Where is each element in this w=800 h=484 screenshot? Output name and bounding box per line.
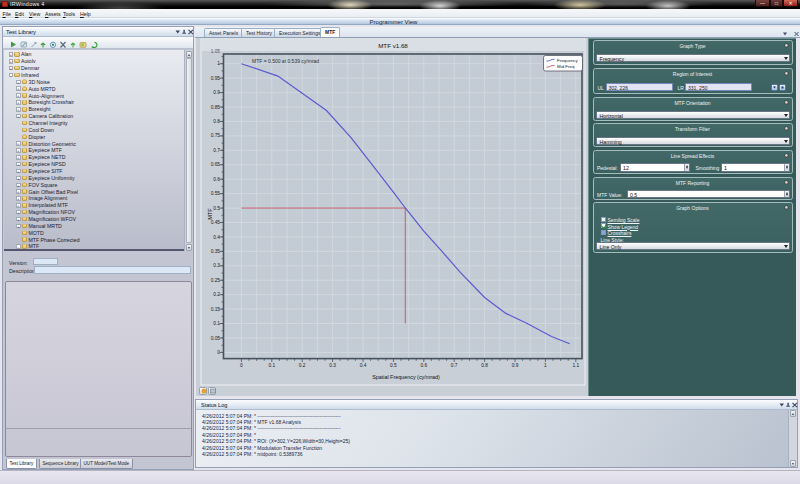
- svg-text:0.1: 0.1: [268, 363, 275, 368]
- svg-text:1: 1: [217, 61, 220, 66]
- svg-text:0.45: 0.45: [211, 220, 221, 225]
- svg-text:0.3: 0.3: [329, 363, 336, 368]
- svg-text:0.5: 0.5: [213, 206, 220, 211]
- svg-text:0.4: 0.4: [213, 235, 220, 240]
- svg-text:0.7: 0.7: [213, 148, 220, 153]
- svg-text:0.6: 0.6: [420, 363, 427, 368]
- svg-text:0.7: 0.7: [451, 363, 458, 368]
- svg-text:MTF v1.68: MTF v1.68: [378, 42, 408, 49]
- svg-text:0: 0: [217, 350, 220, 355]
- svg-text:Frequency: Frequency: [557, 58, 579, 63]
- svg-text:1.05: 1.05: [211, 49, 221, 54]
- svg-text:0.55: 0.55: [211, 191, 221, 196]
- svg-text:0.8: 0.8: [481, 363, 488, 368]
- svg-text:0.2: 0.2: [299, 363, 306, 368]
- svg-text:0.15: 0.15: [211, 307, 221, 312]
- svg-text:0.6: 0.6: [213, 177, 220, 182]
- svg-text:0.25: 0.25: [211, 278, 221, 283]
- svg-text:Mid Freq: Mid Freq: [557, 64, 575, 69]
- svg-text:0.9: 0.9: [213, 90, 220, 95]
- svg-text:0.65: 0.65: [211, 162, 221, 167]
- svg-text:0: 0: [240, 363, 243, 368]
- svg-text:0.3: 0.3: [213, 263, 220, 268]
- svg-text:0.2: 0.2: [213, 292, 220, 297]
- svg-text:0.5: 0.5: [390, 363, 397, 368]
- svg-text:0.95: 0.95: [211, 76, 221, 81]
- svg-text:0.4: 0.4: [360, 363, 367, 368]
- svg-text:0.1: 0.1: [213, 321, 220, 326]
- svg-text:0.75: 0.75: [211, 133, 221, 138]
- svg-text:0.8: 0.8: [213, 119, 220, 124]
- svg-text:Spatial Frequency (cy/mrad): Spatial Frequency (cy/mrad): [372, 374, 440, 380]
- svg-text:0.05: 0.05: [211, 336, 221, 341]
- svg-text:0.35: 0.35: [211, 249, 221, 254]
- svg-text:0.9: 0.9: [512, 363, 519, 368]
- svg-text:1.1: 1.1: [572, 363, 579, 368]
- svg-text:0.85: 0.85: [211, 105, 221, 110]
- svg-text:MTF = 0.500 at 0.539 cy/mrad: MTF = 0.500 at 0.539 cy/mrad: [252, 58, 319, 64]
- svg-text:MTF: MTF: [207, 208, 213, 220]
- svg-text:1: 1: [544, 363, 547, 368]
